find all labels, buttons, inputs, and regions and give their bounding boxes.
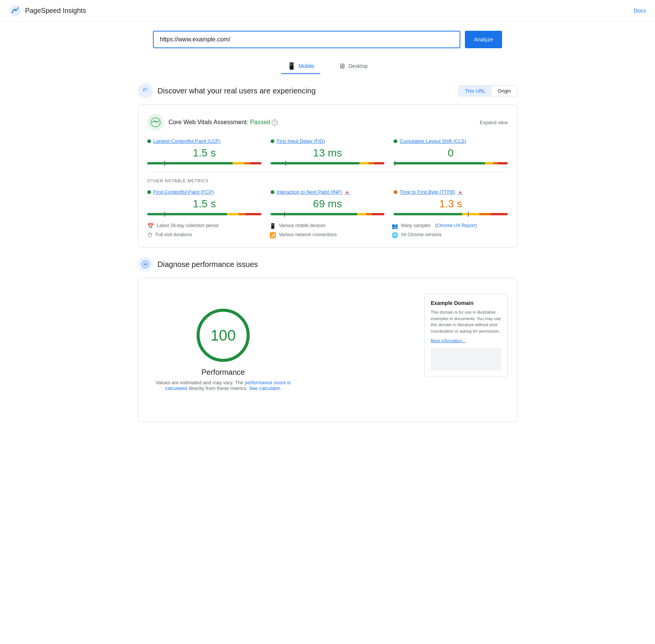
fcp-dot: [147, 190, 151, 194]
inp-label[interactable]: Interaction to Next Paint (INP) 🔺: [271, 189, 385, 195]
score-circle: 100: [197, 309, 250, 362]
cwv-header: Core Web Vitals Assessment: Passed ? Exp…: [147, 114, 508, 131]
info-col-3: 👥 Many samples (Chrome UX Report) 🌐 All …: [392, 223, 508, 238]
device-tabs: 📱 Mobile 🖥 Desktop: [0, 54, 655, 74]
cwv-card: Core Web Vitals Assessment: Passed ? Exp…: [138, 104, 517, 248]
pagespeed-logo: [9, 5, 21, 17]
diagnose-section-header: Diagnose performance issues: [138, 257, 517, 272]
fid-label[interactable]: First Input Delay (FID): [271, 138, 385, 144]
svg-point-5: [145, 91, 146, 92]
cwv-title: Core Web Vitals Assessment: Passed ?: [168, 119, 278, 126]
inp-bar: [271, 213, 385, 215]
score-description: Values are estimated and may vary. The p…: [147, 380, 299, 391]
ttfb-dot: [394, 190, 397, 194]
lcp-label[interactable]: Largest Contentful Paint (LCP): [147, 138, 261, 144]
performance-score-section: 100 Performance Values are estimated and…: [147, 294, 299, 406]
main-content: Discover what your real users are experi…: [123, 83, 532, 422]
metric-fcp: First Contentful Paint (FCP) 1.5 s: [147, 189, 261, 215]
app-title: PageSpeed Insights: [25, 7, 86, 15]
metric-fid: First Input Delay (FID) 13 ms: [271, 138, 385, 164]
fcp-label[interactable]: First Contentful Paint (FCP): [147, 189, 261, 195]
docs-link[interactable]: Docs: [634, 8, 646, 14]
ttfb-value: 1.3 s: [394, 198, 508, 210]
fid-dot: [271, 139, 274, 143]
info-samples: 👥 Many samples (Chrome UX Report): [392, 223, 508, 229]
tab-mobile[interactable]: 📱 Mobile: [281, 59, 320, 74]
preview-text: This domain is for use in illustrative e…: [431, 309, 501, 334]
diagnose-title-group: Diagnose performance issues: [138, 257, 258, 272]
lcp-value: 1.5 s: [147, 147, 261, 159]
lcp-dot: [147, 139, 151, 143]
cls-label[interactable]: Cumulative Layout Shift (CLS): [394, 138, 508, 144]
preview-bottom-area: [431, 348, 501, 371]
search-section: Analyze: [0, 22, 655, 54]
ttfb-bar: [394, 213, 508, 215]
header-left: PageSpeed Insights: [9, 5, 86, 17]
cwv-passed-label: Passed: [250, 119, 270, 125]
score-label: Performance: [202, 368, 245, 377]
ttfb-label[interactable]: Time to First Byte (TTFB) 🔺: [394, 189, 508, 195]
tab-mobile-label: Mobile: [299, 63, 314, 69]
main-metrics-grid: Largest Contentful Paint (LCP) 1.5 s: [147, 138, 508, 164]
cwv-icon: [147, 114, 164, 131]
info-chrome-versions: 🌐 All Chrome versions: [392, 232, 508, 238]
page-preview-card: Example Domain This domain is for use in…: [424, 294, 508, 377]
cwv-title-group: Core Web Vitals Assessment: Passed ?: [147, 114, 278, 131]
inp-dot: [271, 190, 274, 194]
fcp-value: 1.5 s: [147, 198, 261, 210]
svg-point-6: [147, 90, 148, 91]
origin-button[interactable]: Origin: [491, 86, 517, 96]
expand-view-link[interactable]: Expand view: [480, 120, 508, 125]
real-users-icon: [138, 83, 153, 98]
metric-cls: Cumulative Layout Shift (CLS) 0: [394, 138, 508, 164]
desktop-icon: 🖥: [339, 62, 345, 70]
url-input[interactable]: [153, 31, 460, 48]
metric-ttfb: Time to First Byte (TTFB) 🔺 1.3 s: [394, 189, 508, 215]
svg-point-8: [155, 121, 156, 122]
score-value: 100: [211, 327, 236, 344]
info-network: 📶 Various network connections: [269, 232, 386, 238]
chrome-icon: 🌐: [392, 232, 398, 238]
notable-metrics-grid: First Contentful Paint (FCP) 1.5 s: [147, 189, 508, 215]
chrome-ux-report-link[interactable]: Chrome UX Report: [436, 223, 475, 228]
cwv-tooltip-icon[interactable]: ?: [272, 120, 278, 126]
info-col-1: 📅 Latest 28-day collection period ⏱ Full…: [147, 223, 263, 238]
ttfb-warning-icon: 🔺: [457, 189, 463, 195]
info-devices: 📱 Various mobile devices: [269, 223, 386, 229]
this-url-button[interactable]: This URL: [459, 86, 491, 96]
tab-desktop-label: Desktop: [348, 63, 368, 69]
header: PageSpeed Insights Docs: [0, 0, 655, 22]
svg-point-1: [14, 9, 16, 11]
info-col-2: 📱 Various mobile devices 📶 Various netwo…: [269, 223, 386, 238]
network-icon: 📶: [269, 232, 276, 238]
diagnose-card: 100 Performance Values are estimated and…: [138, 278, 517, 422]
svg-point-4: [143, 90, 144, 92]
fid-bar: [271, 162, 385, 164]
timer-icon: ⏱: [147, 232, 153, 238]
calendar-icon: 📅: [147, 223, 154, 229]
notable-metrics-label: OTHER NOTABLE METRICS: [147, 178, 508, 183]
cls-bar: [394, 162, 508, 164]
diagnose-content: 100 Performance Values are estimated and…: [147, 287, 508, 412]
url-origin-toggle: This URL Origin: [458, 85, 517, 96]
metrics-divider: [147, 172, 508, 172]
svg-point-3: [146, 88, 147, 89]
calculator-link[interactable]: See calculator.: [249, 385, 281, 391]
devices-icon: 📱: [269, 223, 276, 229]
metric-inp: Interaction to Next Paint (INP) 🔺 69 ms: [271, 189, 385, 215]
info-visit-durations: ⏱ Full visit durations: [147, 232, 263, 238]
cls-value: 0: [394, 147, 508, 159]
diagnose-title: Diagnose performance issues: [157, 260, 258, 269]
inp-value: 69 ms: [271, 198, 385, 210]
mobile-icon: 📱: [287, 62, 296, 70]
info-footer: 📅 Latest 28-day collection period ⏱ Full…: [147, 223, 508, 238]
section-title-group: Discover what your real users are experi…: [138, 83, 316, 98]
svg-point-11: [145, 264, 146, 265]
tab-desktop[interactable]: 🖥 Desktop: [332, 59, 374, 74]
samples-icon: 👥: [392, 223, 398, 229]
fcp-bar: [147, 213, 261, 215]
preview-more-link[interactable]: More information...: [431, 338, 466, 343]
preview-title: Example Domain: [431, 300, 501, 306]
analyze-button[interactable]: Analyze: [465, 31, 502, 48]
cls-dot: [394, 139, 397, 143]
